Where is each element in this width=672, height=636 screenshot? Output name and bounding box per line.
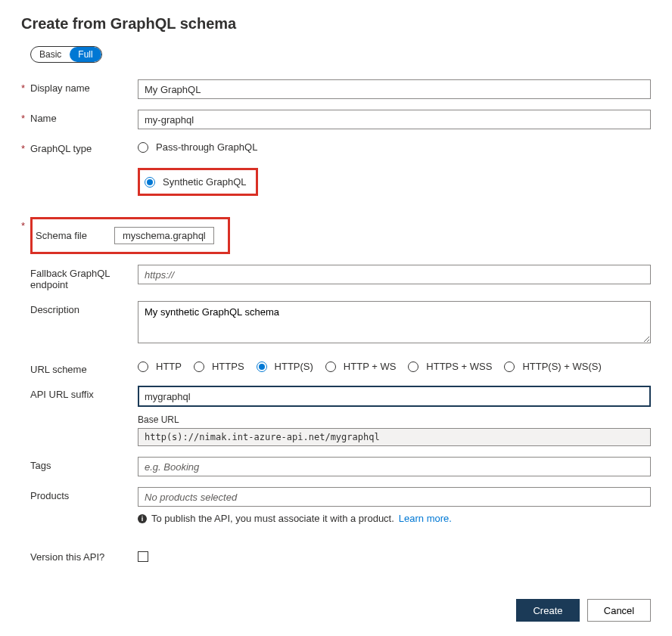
required-marker: * <box>21 79 30 94</box>
base-url-label: Base URL <box>138 414 651 425</box>
name-input[interactable] <box>138 110 651 129</box>
description-input[interactable] <box>138 301 651 343</box>
basic-full-toggle[interactable]: Basic Full <box>30 46 102 63</box>
radio-label: HTTPS + WSS <box>426 361 492 372</box>
fallback-endpoint-label: Fallback GraphQL endpoint <box>30 265 138 290</box>
schema-file-label: Schema file <box>36 230 87 241</box>
url-scheme-http-radio[interactable]: HTTP <box>138 361 182 372</box>
radio-label: HTTPS <box>212 361 244 372</box>
radio-icon <box>145 177 155 188</box>
graphql-type-passthrough-radio[interactable]: Pass-through GraphQL <box>138 140 651 154</box>
products-label: Products <box>30 487 138 501</box>
api-url-suffix-input[interactable] <box>138 386 651 407</box>
radio-icon <box>257 361 267 372</box>
name-label: Name <box>30 110 138 124</box>
radio-icon <box>194 361 204 372</box>
graphql-type-label: GraphQL type <box>30 140 138 154</box>
radio-icon <box>138 142 148 153</box>
info-icon: i <box>138 514 147 523</box>
learn-more-link[interactable]: Learn more. <box>399 513 452 524</box>
display-name-label: Display name <box>30 79 138 94</box>
schema-file-chip[interactable]: myschema.graphql <box>114 227 214 244</box>
graphql-type-synthetic-radio[interactable]: Synthetic GraphQL <box>145 175 247 189</box>
page-title: Create from GraphQL schema <box>21 15 651 33</box>
url-scheme-label: URL scheme <box>30 361 138 375</box>
api-url-suffix-label: API URL suffix <box>30 386 138 400</box>
url-scheme-http-ws-radio[interactable]: HTTP + WS <box>325 361 396 372</box>
version-api-checkbox[interactable] <box>138 551 148 562</box>
radio-icon <box>138 361 148 372</box>
radio-label: HTTP <box>156 361 182 372</box>
url-scheme-http-s-ws-s-radio[interactable]: HTTP(S) + WS(S) <box>504 361 601 372</box>
radio-label: Synthetic GraphQL <box>163 176 247 188</box>
description-label: Description <box>30 301 138 315</box>
base-url-value: http(s)://nimak.int-azure-api.net/mygrap… <box>138 428 651 446</box>
synthetic-graphql-highlight: Synthetic GraphQL <box>138 168 258 196</box>
url-scheme-http-s-radio[interactable]: HTTP(S) <box>257 361 313 372</box>
url-scheme-https-wss-radio[interactable]: HTTPS + WSS <box>408 361 492 372</box>
display-name-input[interactable] <box>138 79 651 99</box>
schema-file-highlight: Schema file myschema.graphql <box>30 217 230 254</box>
radio-icon <box>504 361 515 372</box>
cancel-button[interactable]: Cancel <box>587 599 651 622</box>
radio-icon <box>408 361 418 372</box>
url-scheme-https-radio[interactable]: HTTPS <box>194 361 244 372</box>
radio-label: Pass-through GraphQL <box>156 141 257 153</box>
radio-label: HTTP(S) <box>275 361 313 372</box>
tags-input[interactable] <box>138 457 651 476</box>
tags-label: Tags <box>30 457 138 471</box>
toggle-full[interactable]: Full <box>70 47 101 62</box>
products-info-text: To publish the API, you must associate i… <box>151 513 394 524</box>
version-api-label: Version this API? <box>30 548 138 563</box>
required-marker: * <box>21 110 30 124</box>
toggle-basic[interactable]: Basic <box>31 47 70 62</box>
radio-label: HTTP(S) + WS(S) <box>522 361 601 372</box>
required-marker: * <box>21 217 30 231</box>
required-marker: * <box>21 140 30 154</box>
create-button[interactable]: Create <box>516 599 580 622</box>
fallback-endpoint-input[interactable] <box>138 265 651 284</box>
radio-label: HTTP + WS <box>344 361 396 372</box>
products-input[interactable] <box>138 487 651 507</box>
radio-icon <box>325 361 336 372</box>
